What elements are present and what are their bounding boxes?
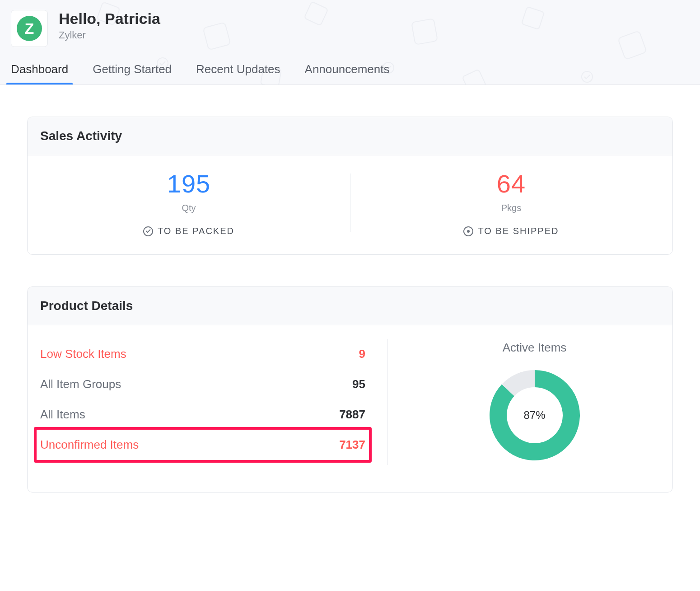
product-row-label: Unconfirmed Items (40, 438, 139, 452)
sales-activity-title: Sales Activity (28, 117, 672, 155)
active-items-title: Active Items (503, 341, 567, 355)
sales-activity-card: Sales Activity 195QtyTO BE PACKED64PkgsT… (27, 117, 673, 255)
product-row-label: Low Stock Items (40, 347, 126, 361)
app-logo-letter: Z (17, 16, 42, 41)
metric-footer-text: TO BE SHIPPED (478, 226, 559, 236)
greeting-text: Hello, Patricia (59, 10, 160, 28)
metric-value: 64 (497, 169, 526, 198)
product-row-value: 7137 (339, 438, 365, 452)
product-row-label: All Items (40, 408, 85, 422)
product-details-list: Low Stock Items9All Item Groups95All Ite… (40, 339, 365, 465)
tab-getting-started[interactable]: Getting Started (93, 62, 172, 84)
tab-recent-updates[interactable]: Recent Updates (196, 62, 280, 84)
product-details-card: Product Details Low Stock Items9All Item… (27, 286, 673, 492)
tabs: DashboardGetting StartedRecent UpdatesAn… (11, 62, 700, 84)
product-row-all-item-groups[interactable]: All Item Groups95 (40, 369, 365, 399)
metric-unit: Qty (182, 203, 196, 213)
tab-announcements[interactable]: Announcements (305, 62, 390, 84)
donut-center-label: 87% (485, 366, 584, 465)
org-name: Zylker (59, 29, 160, 41)
app-logo: Z (11, 10, 48, 47)
product-row-unconfirmed-items[interactable]: Unconfirmed Items7137 (40, 430, 365, 460)
sales-metric-to-be-shipped[interactable]: 64PkgsTO BE SHIPPED (350, 169, 672, 236)
metric-value: 195 (167, 169, 210, 198)
product-row-all-items[interactable]: All Items7887 (40, 399, 365, 430)
sales-metric-to-be-packed[interactable]: 195QtyTO BE PACKED (28, 169, 350, 236)
vertical-divider (387, 339, 387, 465)
metric-footer: TO BE SHIPPED (463, 226, 559, 236)
product-row-low-stock-items[interactable]: Low Stock Items9 (40, 339, 365, 369)
product-row-value: 9 (359, 347, 365, 361)
active-items-donut-chart: 87% (485, 366, 584, 465)
product-details-title: Product Details (28, 287, 672, 325)
product-row-label: All Item Groups (40, 377, 121, 391)
product-row-value: 95 (352, 377, 365, 391)
metric-unit: Pkgs (501, 203, 521, 213)
product-row-value: 7887 (339, 408, 365, 422)
header: Z Hello, Patricia Zylker DashboardGettin… (0, 0, 700, 85)
tab-dashboard[interactable]: Dashboard (11, 62, 68, 84)
eye-circle-icon (463, 226, 473, 236)
metric-footer-text: TO BE PACKED (158, 226, 234, 236)
check-circle-icon (143, 226, 153, 236)
metric-footer: TO BE PACKED (143, 226, 234, 236)
